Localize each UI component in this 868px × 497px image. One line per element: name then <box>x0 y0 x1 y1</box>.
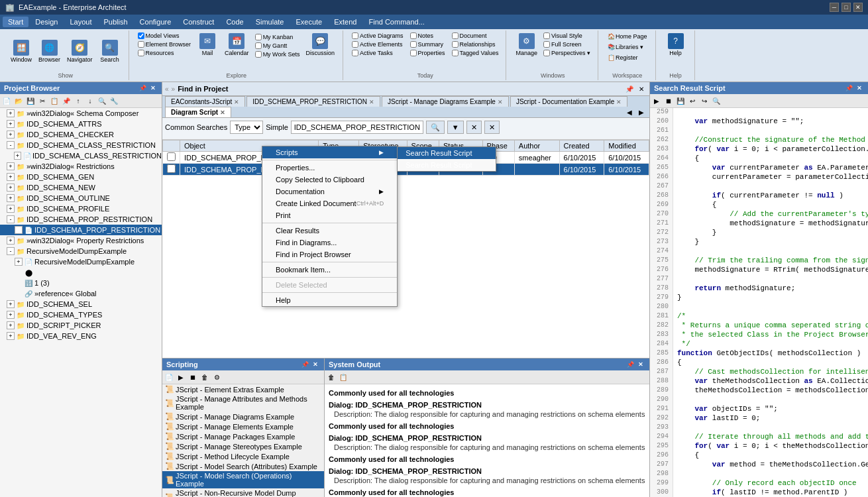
ribbon-help-btn[interactable]: ? Help <box>663 32 689 58</box>
expand-icon[interactable]: - <box>7 141 15 149</box>
find-close-btn[interactable]: ✕ <box>636 83 647 94</box>
tree-item-schema-composer[interactable]: + 📁 »win32Dialog« Schema Composer <box>0 108 162 119</box>
context-menu-find-diagrams[interactable]: Find in Diagrams... <box>262 237 397 248</box>
menu-publish[interactable]: Publish <box>99 17 133 27</box>
tree-item-prop-restrictions[interactable]: + 📁 »win32Dialog« Property Restrictions <box>0 235 162 246</box>
code-editor-close-btn[interactable]: ✕ <box>855 83 864 93</box>
ribbon-browser-btn[interactable]: 🌐 Browser <box>36 38 63 64</box>
script-settings-btn[interactable]: ⚙ <box>211 372 222 382</box>
expand-icon[interactable]: + <box>7 205 15 213</box>
close-button[interactable]: ✕ <box>853 3 863 12</box>
tab-ea-constants[interactable]: EAConstants-JScript ✕ <box>165 96 245 107</box>
expand-icon[interactable]: - <box>7 247 15 255</box>
script-delete-btn[interactable]: 🗑 <box>199 372 210 382</box>
code-undo-btn[interactable]: ↩ <box>687 95 698 106</box>
script-item[interactable]: 📜 JScript - Model Search (Attributes) Ex… <box>162 461 324 471</box>
expand-icon[interactable]: - <box>7 215 15 223</box>
properties-check[interactable]: Properties <box>408 49 447 57</box>
tab-close-prop-restriction[interactable]: ✕ <box>369 99 374 105</box>
tree-item-schema-gen[interactable]: + 📁 IDD_SCHEMA_GEN <box>0 172 162 182</box>
ribbon-navigator-btn[interactable]: 🧭 Navigator <box>64 38 95 64</box>
context-menu-bookmark[interactable]: Bookmark Item... <box>262 264 397 276</box>
relationships-check[interactable]: Relationships <box>450 40 501 48</box>
find-close-btn2[interactable]: ✕ <box>484 121 500 134</box>
row-checkbox[interactable] <box>167 164 176 173</box>
register-btn[interactable]: 📋 Register <box>605 53 650 62</box>
context-menu-help[interactable]: Help <box>262 294 397 306</box>
tree-item-class-restriction-child[interactable]: + 📄 IDD_SCHEMA_CLASS_RESTRICTION <box>0 150 162 161</box>
submenu-search-result-script2[interactable]: Search Result Script <box>398 159 496 171</box>
ribbon-window-btn[interactable]: 🪟 Window <box>8 38 34 64</box>
tree-item-schema-new[interactable]: + 📁 IDD_SCHEMA_NEW <box>0 182 162 193</box>
expand-icon[interactable]: + <box>7 332 15 340</box>
tab-diagram-script[interactable]: Diagram Script ✕ <box>165 107 231 117</box>
expand-icon[interactable]: + <box>7 237 15 245</box>
context-menu-print[interactable]: Print <box>262 209 397 221</box>
script-item[interactable]: 📜 JScript - Element Extras Example <box>162 384 324 394</box>
minimize-button[interactable]: ─ <box>830 3 839 12</box>
expand-icon[interactable]: + <box>7 173 15 181</box>
tab-close-manage-diagrams[interactable]: ✕ <box>498 99 503 105</box>
code-run-btn[interactable]: ▶ <box>651 95 662 106</box>
tab-close-diagram-script[interactable]: ✕ <box>220 109 225 116</box>
tree-item-schema-attrs[interactable]: + 📁 IDD_SCHEMA_ATTRS <box>0 119 162 129</box>
tree-item-dot[interactable]: + ⬤ <box>0 267 162 278</box>
home-page-btn[interactable]: 🏠 Home Page <box>605 32 650 41</box>
tab-prop-restriction[interactable]: IDD_SCHEMA_PROP_RESTRICTION ✕ <box>246 96 380 107</box>
output-pin-btn[interactable]: 📌 <box>625 360 635 369</box>
tree-item-schema-profile[interactable]: + 📁 IDD_SCHEMA_PROFILE <box>0 203 162 214</box>
expand-icon[interactable]: + <box>14 152 21 160</box>
menu-start[interactable]: Start <box>3 17 28 27</box>
resources-check[interactable]: Resources <box>136 49 193 57</box>
pb-down-btn[interactable]: ↓ <box>85 95 95 106</box>
submenu-search-result-script[interactable]: Search Result Script <box>398 147 496 159</box>
expand-icon[interactable]: + <box>7 184 15 192</box>
panel-close-btn[interactable]: ✕ <box>148 83 158 93</box>
tree-item-schema-sel[interactable]: + 📁 IDD_SCHEMA_SEL <box>0 299 162 309</box>
output-clear-btn[interactable]: 🗑 <box>326 372 337 382</box>
ribbon-calendar-btn[interactable]: 📅 Calendar <box>222 32 252 58</box>
script-item[interactable]: 📜 JScript - Manage Packages Example <box>162 431 324 441</box>
pb-find-btn[interactable]: 🔍 <box>97 95 107 106</box>
col-modified[interactable]: Modified <box>604 140 649 152</box>
tree-item-class-restriction[interactable]: - 📁 IDD_SCHEMA_CLASS_RESTRICTION <box>0 140 162 150</box>
output-close-btn[interactable]: ✕ <box>636 360 645 369</box>
row-checkbox[interactable] <box>167 152 176 161</box>
expand-icon[interactable]: + <box>7 162 15 170</box>
col-created[interactable]: Created <box>559 140 604 152</box>
tab-nav-left[interactable]: ◀ <box>624 107 635 117</box>
script-item[interactable]: 📜 JScript - Non-Recursive Model Dump Exa… <box>162 488 324 497</box>
visual-style-check[interactable]: Visual Style <box>541 32 592 40</box>
find-type-select[interactable]: Type <box>230 121 263 134</box>
ribbon-manage-btn[interactable]: ⚙ Manage <box>513 32 540 58</box>
script-new-btn[interactable]: 📄 <box>164 372 174 382</box>
find-options-btn[interactable]: ▼ <box>447 121 464 134</box>
maximize-button[interactable]: □ <box>841 3 851 12</box>
tab-manage-diagrams[interactable]: JScript - Manage Diagrams Example ✕ <box>382 96 509 107</box>
code-save-btn[interactable]: 💾 <box>675 95 686 106</box>
libraries-btn[interactable]: 📚 Libraries ▾ <box>605 42 650 52</box>
panel-pin-btn[interactable]: 📌 <box>138 83 147 93</box>
menu-simulate[interactable]: Simulate <box>250 17 290 27</box>
tree-item-schema-checker[interactable]: + 📁 IDD_SCHEMA_CHECKER <box>0 129 162 140</box>
expand-icon[interactable]: + <box>7 194 15 202</box>
tagged-values-check[interactable]: Tagged Values <box>450 49 501 57</box>
tree-item-script-picker[interactable]: + 📁 IDD_SCRIPT_PICKER <box>0 320 162 331</box>
notes-check[interactable]: Notes <box>408 32 447 40</box>
context-menu-copy-selected[interactable]: Copy Selected to Clipboard <box>262 174 397 186</box>
pb-new-btn[interactable]: 📄 <box>1 95 12 106</box>
script-item-selected[interactable]: 📜 JScript - Model Search (Operations) Ex… <box>162 471 324 488</box>
model-views-check[interactable]: Model Views <box>136 32 193 40</box>
tree-item-reference-global[interactable]: + 🔗 »reference« Global <box>0 288 162 299</box>
pb-save-btn[interactable]: 💾 <box>25 95 36 106</box>
context-menu-create-linked[interactable]: Create Linked Document Ctrl+Alt+D <box>262 197 397 209</box>
element-browser-check[interactable]: Element Browser <box>136 40 193 48</box>
find-search-input[interactable] <box>291 121 423 134</box>
script-item[interactable]: 📜 JScript - Method Lifecycle Example <box>162 451 324 461</box>
output-copy-btn[interactable]: 📋 <box>338 372 349 382</box>
code-editor-pin-btn[interactable]: 📌 <box>844 83 853 93</box>
menu-execute[interactable]: Execute <box>290 17 327 27</box>
script-item[interactable]: 📜 JScript - Manage Stereotypes Example <box>162 441 324 451</box>
tree-item-schema-outline[interactable]: + 📁 IDD_SCHEMA_OUTLINE <box>0 193 162 203</box>
expand-icon[interactable]: + <box>7 109 15 117</box>
